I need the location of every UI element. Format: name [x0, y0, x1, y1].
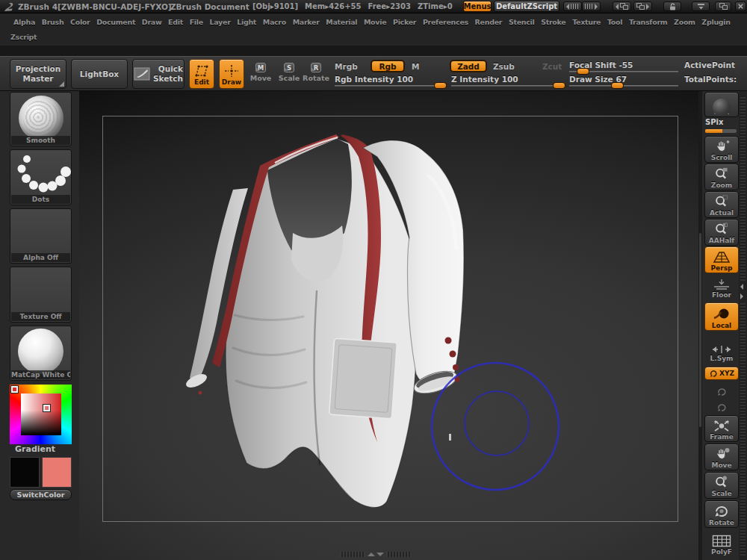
color-picker[interactable] [10, 385, 72, 444]
draw-button[interactable]: Draw [219, 59, 244, 89]
sv-selector[interactable] [43, 405, 50, 411]
draw-size-knob[interactable] [611, 82, 624, 89]
prev-document-button[interactable] [613, 1, 631, 11]
menu-item[interactable]: File [190, 18, 203, 26]
menu-item[interactable]: Alpha [13, 18, 35, 26]
frame-icon [713, 420, 730, 432]
rgb-intensity-slider[interactable] [335, 85, 447, 87]
menu-item[interactable]: Zplugin [701, 18, 730, 26]
focal-shift-slider[interactable] [569, 71, 678, 72]
menus-button[interactable]: Menus [463, 1, 492, 12]
restore-button[interactable] [715, 1, 731, 11]
edit-button[interactable]: Edit [189, 59, 214, 89]
mrgb-button[interactable]: Mrgb [335, 62, 358, 71]
spin-z-button[interactable] [704, 399, 739, 414]
rgb-intensity-label[interactable]: Rgb Intensity 100 [335, 75, 413, 84]
bpr-button[interactable]: BPR [704, 92, 739, 117]
menu-item-zscript[interactable]: Zscript [10, 33, 37, 41]
menu-item[interactable]: Movie [364, 18, 386, 26]
hue-selector[interactable] [11, 386, 18, 393]
rt-move-button[interactable]: Move [704, 444, 739, 470]
lsym-button[interactable]: L.Sym [704, 340, 739, 364]
menu-item[interactable]: Draw [142, 18, 162, 26]
current-alpha-thumbnail[interactable]: Alpha Off [10, 208, 72, 264]
lightbox-button[interactable]: LightBox [71, 59, 128, 89]
menu-item[interactable]: Zoom [674, 18, 695, 26]
scale-button[interactable]: S Scale [277, 63, 301, 82]
zoom-button[interactable]: Zoom [704, 164, 739, 190]
spix-slider[interactable] [705, 129, 737, 133]
default-zscript-button[interactable]: DefaultZScript [494, 1, 560, 12]
current-stroke-thumbnail[interactable]: Dots [10, 149, 72, 205]
menu-item[interactable]: Render [475, 18, 503, 26]
focal-shift-knob[interactable] [577, 68, 589, 75]
menu-item[interactable]: Macro [263, 18, 286, 26]
menu-item[interactable]: Document [96, 18, 135, 26]
menu-item[interactable]: Texture [572, 18, 601, 26]
floor-button[interactable]: Floor [704, 275, 739, 300]
actual-button[interactable]: Actual [704, 191, 739, 218]
rotate-button[interactable]: R Rotate [304, 63, 328, 82]
spin-y-icon [716, 386, 728, 396]
current-brush-thumbnail[interactable]: Smooth [10, 92, 72, 146]
tray-scroll-right-button[interactable] [582, 1, 601, 11]
minimize-button[interactable] [692, 1, 710, 11]
aahalf-button[interactable]: AAHalf [704, 219, 739, 246]
switch-color-button[interactable]: SwitchColor [10, 489, 72, 500]
lock-button[interactable] [663, 1, 681, 11]
rt-scale-button[interactable]: Scale [704, 472, 739, 499]
color-picker-sv-square[interactable] [21, 393, 61, 435]
projection-master-button[interactable]: Projection Master [10, 59, 66, 89]
local-button[interactable]: Local [704, 302, 739, 331]
zcut-button[interactable]: Zcut [542, 62, 562, 71]
xyz-button[interactable]: XYZ [704, 367, 739, 380]
gradient-label[interactable]: Gradient [15, 444, 55, 454]
move-button[interactable]: M Move [249, 63, 273, 82]
z-intensity-slider[interactable] [451, 85, 565, 87]
menu-item[interactable]: Picker [393, 18, 416, 26]
quick-sketch-button[interactable]: QuickSketch [132, 59, 185, 89]
scrollbar-thumb[interactable] [699, 233, 701, 427]
secondary-color-swatch[interactable] [42, 457, 72, 488]
menu-item[interactable]: Stencil [509, 18, 535, 26]
menu-item[interactable]: Preferences [423, 18, 468, 26]
menu-item[interactable]: Brush [42, 18, 64, 26]
main-color-swatch[interactable] [10, 457, 40, 488]
current-texture-thumbnail[interactable]: Texture Off [10, 267, 72, 323]
scroll-button[interactable]: Scroll [704, 136, 739, 163]
menu-item[interactable]: Color [70, 18, 90, 26]
rt-rotate-button[interactable]: Rotate [704, 500, 739, 528]
right-tray-scrollbar[interactable] [698, 91, 702, 560]
bottom-tray-divider[interactable] [340, 551, 411, 558]
next-document-button[interactable] [633, 1, 652, 11]
z-intensity-knob[interactable] [553, 82, 565, 89]
z-intensity-label[interactable]: Z Intensity 100 [451, 75, 518, 84]
rgb-intensity-knob[interactable] [434, 82, 447, 89]
spix-label[interactable]: SPix [705, 118, 723, 126]
spin-y-button[interactable] [704, 383, 739, 398]
tray-scroll-left-button[interactable] [563, 1, 582, 11]
persp-button[interactable]: Persp [704, 246, 739, 273]
document-canvas[interactable] [79, 91, 698, 560]
menu-item[interactable]: Layer [210, 18, 231, 26]
move-gyro-icon: M [255, 63, 266, 72]
close-button[interactable] [735, 1, 746, 11]
current-material-thumbnail[interactable]: MatCap White C [10, 326, 72, 381]
m-button[interactable]: M [412, 62, 419, 71]
draw-size-slider[interactable] [569, 85, 678, 87]
polyf-button[interactable]: PolyF [704, 531, 739, 557]
window-stack-icon [620, 3, 628, 10]
frame-button[interactable]: Frame [704, 415, 739, 442]
right-tray-divider[interactable] [739, 91, 747, 560]
menu-item[interactable]: Light [237, 18, 256, 26]
menu-item[interactable]: Marker [293, 18, 320, 26]
menu-item[interactable]: Edit [168, 18, 183, 26]
divider-texture [340, 552, 365, 557]
menu-item[interactable]: Transform [629, 18, 668, 26]
zsub-button[interactable]: Zsub [493, 62, 515, 71]
rgb-button[interactable]: Rgb [371, 60, 405, 72]
menu-item[interactable]: Stroke [541, 18, 565, 26]
menu-item[interactable]: Material [326, 18, 357, 26]
zadd-button[interactable]: Zadd [450, 60, 487, 72]
menu-item[interactable]: Tool [607, 18, 622, 26]
